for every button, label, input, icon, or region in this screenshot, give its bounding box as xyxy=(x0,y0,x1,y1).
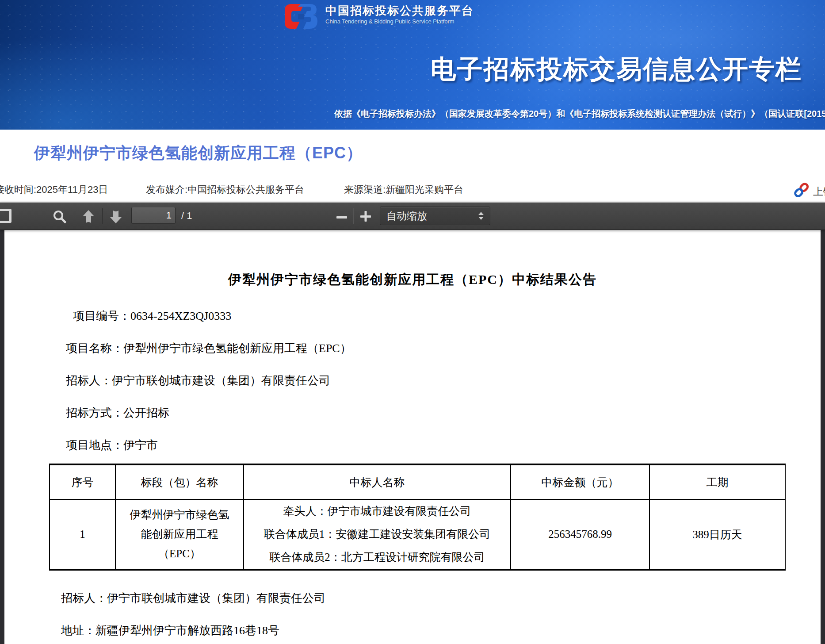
viewer-right-edge xyxy=(821,230,825,644)
article-title: 伊犁州伊宁市绿色氢能创新应用工程（EPC） xyxy=(34,142,363,164)
zoom-out-button[interactable] xyxy=(335,212,348,224)
article-meta: 接收时间:2025年11月23日 发布媒介:中国招标投标公共服务平台 来源渠道:… xyxy=(0,183,825,198)
site-banner: 中国招标投标公共服务平台 China Tendering & Bidding P… xyxy=(0,0,825,130)
chain-verify-link[interactable]: 上链 xyxy=(794,181,825,202)
section-line: 伊犁州伊宁市绿色氢 xyxy=(116,505,243,525)
previous-page-button[interactable] xyxy=(80,209,96,226)
header-section-name: 标段（包）名称 xyxy=(115,464,244,499)
cell-winner-name: 牵头人：伊宁市城市建设有限责任公司 联合体成员1：安徽建工建设安装集团有限公司 … xyxy=(244,499,511,570)
footer-address: 地址：新疆伊犁州伊宁市解放西路16巷18号 xyxy=(61,623,279,638)
meta-receive-time: 接收时间:2025年11月23日 xyxy=(0,183,108,196)
platform-logo: 中国招标投标公共服务平台 China Tendering & Bidding P… xyxy=(279,4,474,31)
field-project-location: 项目地点：伊宁市 xyxy=(66,437,158,453)
chain-link-label: 上链 xyxy=(813,185,825,199)
viewer-left-edge xyxy=(0,230,4,644)
field-tenderer: 招标人：伊宁市联创城市建设（集团）有限责任公司 xyxy=(66,373,330,388)
footer-tenderer: 招标人：伊宁市联创城市建设（集团）有限责任公司 xyxy=(61,590,325,606)
chain-link-icon xyxy=(794,181,810,202)
page-count-label: / 1 xyxy=(181,210,192,222)
banner-notice: 依据《电子招标投标办法》（国家发展改革委令第20号）和《电子招标投标系统检测认证… xyxy=(334,108,825,120)
page: 中国招标投标公共服务平台 China Tendering & Bidding P… xyxy=(0,0,825,644)
winner-member-2: 联合体成员2：北方工程设计研究院有限公司 xyxy=(244,546,510,569)
search-icon[interactable] xyxy=(52,209,68,227)
table-header-row: 序号 标段（包）名称 中标人名称 中标金额（元） 工期 xyxy=(50,464,785,499)
zoom-in-button[interactable] xyxy=(358,207,373,228)
meta-source-channel: 来源渠道:新疆阳光采购平台 xyxy=(344,183,463,196)
pdf-page: 伊犁州伊宁市绿色氢能创新应用工程（EPC）中标结果公告 项目编号：0634-25… xyxy=(4,230,821,644)
next-page-button[interactable] xyxy=(108,209,124,226)
logo-subtitle: China Tendering & Bidding Public Service… xyxy=(325,18,474,25)
page-number-input[interactable] xyxy=(131,207,176,224)
field-tender-method: 招标方式：公开招标 xyxy=(66,405,169,421)
header-duration: 工期 xyxy=(649,464,785,499)
header-seq: 序号 xyxy=(50,464,115,499)
toolbar-separator xyxy=(102,208,103,224)
winner-leader: 牵头人：伊宁市城市建设有限责任公司 xyxy=(244,500,510,523)
cell-duration: 389日历天 xyxy=(649,499,785,570)
logo-icon xyxy=(279,4,319,31)
header-bid-amount: 中标金额（元） xyxy=(511,464,649,499)
zoom-select[interactable]: 自动缩放 xyxy=(380,207,490,225)
section-line: 能创新应用工程 xyxy=(116,525,243,544)
banner-headline: 电子招标投标交易信息公开专栏 xyxy=(431,52,802,87)
field-project-name: 项目名称：伊犁州伊宁市绿色氢能创新应用工程（EPC） xyxy=(66,341,351,356)
cell-seq: 1 xyxy=(50,499,115,570)
logo-title: 中国招标投标公共服务平台 xyxy=(325,4,474,18)
logo-text: 中国招标投标公共服务平台 China Tendering & Bidding P… xyxy=(325,4,474,25)
pdf-viewer-area[interactable]: 伊犁州伊宁市绿色氢能创新应用工程（EPC）中标结果公告 项目编号：0634-25… xyxy=(0,230,825,644)
zoom-select-value: 自动缩放 xyxy=(386,209,477,223)
pdf-toolbar: / 1 自动缩放 xyxy=(0,202,825,230)
select-arrows-icon xyxy=(477,211,485,221)
toolbar-separator xyxy=(353,208,353,224)
section-line: （EPC） xyxy=(116,544,243,564)
cell-bid-amount: 256345768.99 xyxy=(511,499,649,570)
meta-publish-media: 发布媒介:中国招标投标公共服务平台 xyxy=(146,183,304,196)
field-project-number: 项目编号：0634-254XZ3QJ0333 xyxy=(73,308,231,324)
header-winner-name: 中标人名称 xyxy=(244,464,511,499)
winner-member-1: 联合体成员1：安徽建工建设安装集团有限公司 xyxy=(244,523,510,546)
sidebar-toggle-button[interactable] xyxy=(0,209,11,223)
cell-section-name: 伊犁州伊宁市绿色氢 能创新应用工程 （EPC） xyxy=(115,499,244,570)
bid-result-table: 序号 标段（包）名称 中标人名称 中标金额（元） 工期 1 伊犁州伊宁市绿色氢 … xyxy=(49,464,786,571)
table-row: 1 伊犁州伊宁市绿色氢 能创新应用工程 （EPC） 牵头人：伊宁市城市建设有限责… xyxy=(50,499,785,570)
announcement-title: 伊犁州伊宁市绿色氢能创新应用工程（EPC）中标结果公告 xyxy=(4,271,821,289)
